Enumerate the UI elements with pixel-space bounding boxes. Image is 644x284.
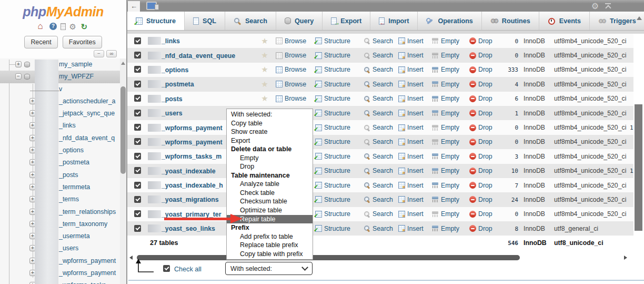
insert-link[interactable]: Insert bbox=[395, 153, 429, 160]
menu-item[interactable]: Add prefix to table bbox=[227, 232, 313, 241]
insert-link[interactable]: Insert bbox=[395, 182, 429, 189]
structure-link[interactable]: Structure bbox=[312, 81, 360, 88]
insert-link[interactable]: Insert bbox=[395, 138, 429, 145]
row-checkbox[interactable] bbox=[134, 124, 141, 131]
insert-link[interactable]: Insert bbox=[395, 81, 429, 88]
horizontal-scrollbar[interactable] bbox=[128, 254, 632, 261]
tree-item-label[interactable]: v bbox=[59, 83, 62, 95]
tree-expander-icon[interactable]: − bbox=[15, 73, 22, 80]
row-checkbox[interactable] bbox=[134, 52, 141, 58]
menu-item[interactable]: Empty bbox=[227, 154, 313, 163]
drop-link[interactable]: Drop bbox=[466, 138, 494, 145]
with-selected-dropdown[interactable]: With selected: bbox=[225, 262, 313, 275]
structure-link[interactable]: Structure bbox=[312, 182, 360, 189]
tree-item-label[interactable]: _terms bbox=[59, 193, 79, 205]
menu-item[interactable]: Export bbox=[227, 136, 313, 145]
empty-link[interactable]: Empty bbox=[429, 210, 466, 218]
tree-item-label[interactable]: _jetpack_sync_que bbox=[59, 107, 115, 120]
documentation-icon[interactable] bbox=[61, 23, 66, 30]
empty-link[interactable]: Empty bbox=[429, 225, 466, 232]
menu-item[interactable]: Show create bbox=[227, 128, 313, 136]
tree-item[interactable]: + _users bbox=[0, 242, 120, 254]
structure-link[interactable]: Structure bbox=[312, 138, 360, 145]
empty-link[interactable]: Empty bbox=[429, 95, 466, 102]
favorite-star-icon[interactable] bbox=[261, 94, 268, 103]
home-icon[interactable] bbox=[38, 23, 46, 31]
row-checkbox[interactable] bbox=[134, 138, 141, 145]
menu-item[interactable]: Analyze table bbox=[227, 180, 313, 189]
tree-item-label[interactable]: _wpforms_payment bbox=[59, 255, 116, 267]
tree-item-label[interactable]: _postmeta bbox=[59, 156, 89, 169]
sidebar-scrollbar-thumb[interactable] bbox=[120, 86, 126, 174]
insert-link[interactable]: Insert bbox=[395, 52, 429, 59]
table-name-link[interactable]: _nfd_data_event_queue bbox=[162, 52, 235, 60]
insert-link[interactable]: Insert bbox=[395, 124, 429, 131]
tree-item[interactable]: + _options bbox=[0, 144, 120, 156]
search-link[interactable]: Search bbox=[360, 225, 395, 232]
structure-link[interactable]: Structure bbox=[312, 95, 360, 102]
insert-link[interactable]: Insert bbox=[395, 110, 429, 117]
empty-link[interactable]: Empty bbox=[429, 196, 466, 203]
search-link[interactable]: Search bbox=[360, 66, 395, 73]
row-checkbox[interactable] bbox=[134, 153, 141, 160]
structure-link[interactable]: Structure bbox=[312, 153, 360, 160]
row-checkbox[interactable] bbox=[134, 225, 141, 232]
favorite-star-icon[interactable] bbox=[261, 65, 268, 74]
empty-link[interactable]: Empty bbox=[429, 124, 466, 131]
menu-item[interactable]: Copy table with prefix bbox=[227, 250, 313, 259]
tree-item[interactable]: + _usermeta bbox=[0, 230, 120, 242]
tree-item-label[interactable]: _termmeta bbox=[59, 181, 90, 193]
row-checkbox[interactable] bbox=[134, 95, 141, 102]
row-checkbox[interactable] bbox=[134, 81, 141, 87]
table-name-link[interactable]: _postmeta bbox=[162, 81, 194, 88]
insert-link[interactable]: Insert bbox=[395, 66, 429, 73]
favorite-star-icon[interactable] bbox=[261, 80, 268, 89]
tree-item[interactable]: v bbox=[0, 83, 120, 95]
tree-expander-icon[interactable]: + bbox=[15, 61, 22, 67]
menu-item[interactable]: Check table bbox=[227, 189, 313, 198]
drop-link[interactable]: Drop bbox=[466, 210, 494, 218]
tree-item[interactable]: + _postmeta bbox=[0, 156, 120, 169]
tree-item-label[interactable]: _links bbox=[59, 120, 76, 132]
drop-link[interactable]: Drop bbox=[466, 167, 494, 174]
tree-item-label[interactable]: _actionscheduler_a bbox=[59, 95, 115, 107]
tree-item[interactable]: + _term_relationships bbox=[0, 206, 120, 218]
menu-item[interactable]: Table maintenance bbox=[227, 171, 313, 180]
horizontal-scrollbar-thumb[interactable] bbox=[137, 255, 520, 260]
empty-link[interactable]: Empty bbox=[429, 66, 466, 73]
search-link[interactable]: Search bbox=[360, 196, 395, 203]
refresh-icon[interactable] bbox=[81, 23, 89, 31]
browse-link[interactable]: Browse bbox=[273, 37, 312, 45]
table-name-link[interactable]: _yoast_migrations bbox=[162, 196, 219, 203]
tab-import[interactable]: Import bbox=[370, 12, 418, 30]
structure-link[interactable]: Structure bbox=[312, 225, 360, 232]
menu-item[interactable]: Checksum table bbox=[227, 197, 313, 206]
structure-link[interactable]: Structure bbox=[312, 52, 360, 59]
table-name-link[interactable]: _links bbox=[162, 37, 180, 45]
insert-link[interactable]: Insert bbox=[395, 95, 429, 102]
drop-link[interactable]: Drop bbox=[466, 110, 494, 117]
tree-item-label[interactable]: _wpforms_tasks bbox=[59, 279, 106, 284]
menu-item[interactable]: Delete data or table bbox=[227, 145, 313, 154]
drop-link[interactable]: Drop bbox=[466, 182, 494, 189]
tree-item-label[interactable]: my_sample bbox=[59, 58, 92, 71]
drop-link[interactable]: Drop bbox=[466, 95, 494, 102]
page-settings-icon[interactable] bbox=[591, 1, 599, 11]
insert-link[interactable]: Insert bbox=[395, 37, 429, 45]
table-name-link[interactable]: _posts bbox=[162, 95, 183, 103]
table-name-link[interactable]: _options bbox=[162, 66, 188, 74]
row-checkbox[interactable] bbox=[134, 66, 141, 73]
search-link[interactable]: Search bbox=[360, 138, 395, 145]
recent-button[interactable]: Recent bbox=[24, 36, 57, 48]
browse-link[interactable]: Browse bbox=[273, 52, 312, 59]
table-name-link[interactable]: _wpforms_payment bbox=[162, 124, 223, 132]
drop-link[interactable]: Drop bbox=[466, 153, 494, 160]
help-icon[interactable] bbox=[49, 23, 57, 30]
sidebar-scroll-up-icon[interactable] bbox=[121, 62, 125, 65]
row-checkbox[interactable] bbox=[134, 196, 141, 203]
tab-search[interactable]: Search bbox=[225, 12, 276, 30]
table-name-link[interactable]: _yoast_indexable bbox=[162, 168, 216, 175]
drop-link[interactable]: Drop bbox=[466, 37, 494, 45]
menu-item[interactable]: Drop bbox=[227, 162, 313, 171]
scroll-right-icon[interactable] bbox=[624, 256, 627, 260]
